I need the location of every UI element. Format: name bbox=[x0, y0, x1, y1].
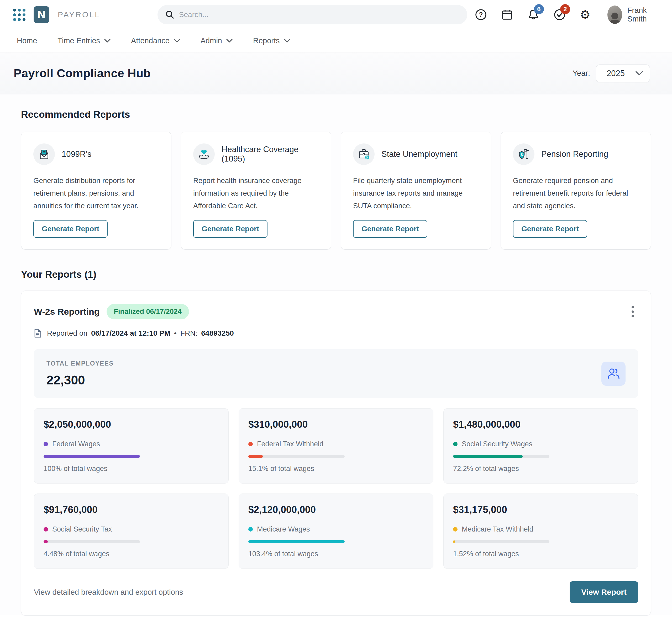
nav-item-time-entries[interactable]: Time Entries bbox=[58, 36, 110, 45]
metric-dot bbox=[43, 527, 48, 531]
chevron-down-icon bbox=[636, 71, 643, 75]
metric-caption: 15.1% of total wages bbox=[248, 465, 424, 473]
reported-prefix: Reported on bbox=[47, 329, 88, 338]
task-count-badge: 2 bbox=[560, 4, 570, 14]
help-button[interactable]: ? bbox=[475, 8, 487, 22]
metric-bar-fill bbox=[248, 455, 263, 458]
main-nav: Home Time Entries Attendance Admin Repor… bbox=[0, 29, 672, 53]
year-value: 2025 bbox=[607, 69, 625, 78]
hands-heart-icon bbox=[193, 143, 215, 165]
metric-label: Social Security Tax bbox=[52, 525, 112, 533]
w2s-report-card: W-2s Reporting Finalized 06/17/2024 Repo… bbox=[21, 290, 651, 616]
briefcase-icon bbox=[353, 143, 375, 165]
metric-caption: 1.52% of total wages bbox=[453, 550, 629, 558]
year-select[interactable]: 2025 bbox=[596, 65, 650, 82]
metric-progress-track bbox=[248, 455, 345, 458]
nav-item-reports[interactable]: Reports bbox=[253, 36, 290, 45]
chevron-down-icon bbox=[174, 39, 180, 43]
recommended-reports-grid: 1099R’s Generate distribution reports fo… bbox=[21, 132, 651, 250]
svg-text:$: $ bbox=[521, 152, 523, 157]
metric-dot bbox=[43, 442, 48, 446]
metric-bar-fill bbox=[43, 455, 140, 458]
metric-label: Social Security Wages bbox=[462, 440, 532, 448]
metric-progress-track bbox=[453, 540, 549, 543]
neogov-n-logo: N bbox=[34, 6, 50, 23]
metric-progress-track bbox=[43, 455, 140, 458]
report-card-description: Generate distribution reports for retire… bbox=[33, 174, 159, 212]
metric-federal-wages: $2,050,000,000 Federal Wages 100% of tot… bbox=[34, 408, 229, 484]
metric-bar-fill bbox=[453, 540, 455, 543]
top-header: N PAYROLL ? 6 2 ⚙ Frank Smith bbox=[0, 0, 672, 29]
metric-dot bbox=[248, 527, 253, 531]
metric-amount: $91,760,000 bbox=[43, 504, 219, 515]
metric-caption: 103.4% of total wages bbox=[248, 550, 424, 558]
report-card-description: Report health insurance coverage informa… bbox=[193, 174, 319, 212]
envelope-document-icon bbox=[33, 143, 55, 165]
metric-label: Federal Tax Withheld bbox=[257, 440, 323, 448]
document-icon bbox=[34, 329, 42, 338]
search-input[interactable] bbox=[179, 10, 459, 19]
report-card-title: 1099R’s bbox=[62, 149, 91, 159]
report-meta: Reported on 06/17/2024 at 12:10 PM • FRN… bbox=[34, 329, 638, 338]
global-search[interactable] bbox=[158, 5, 467, 24]
metric-bar-fill bbox=[248, 540, 345, 543]
nav-item-home[interactable]: Home bbox=[17, 36, 37, 45]
metric-social-security-tax: $91,760,000 Social Security Tax 4.48% of… bbox=[34, 493, 229, 569]
svg-text:?: ? bbox=[479, 11, 483, 18]
metric-progress-track bbox=[43, 540, 140, 543]
generate-report-button[interactable]: Generate Report bbox=[193, 220, 267, 238]
metric-progress-track bbox=[453, 455, 549, 458]
metrics-grid: $2,050,000,000 Federal Wages 100% of tot… bbox=[34, 408, 638, 569]
chevron-down-icon bbox=[104, 39, 110, 43]
chevron-down-icon bbox=[284, 39, 290, 43]
metric-caption: 72.2% of total wages bbox=[453, 465, 629, 473]
total-employees-panel: TOTAL EMPLOYEES 22,300 bbox=[34, 349, 638, 398]
report-card-state-unemployment: State Unemployment File quarterly state … bbox=[341, 132, 491, 250]
calendar-icon bbox=[501, 8, 513, 21]
your-reports-heading: Your Reports (1) bbox=[21, 269, 651, 280]
generate-report-button[interactable]: Generate Report bbox=[513, 220, 587, 238]
settings-button[interactable]: ⚙ bbox=[580, 8, 590, 22]
generate-report-button[interactable]: Generate Report bbox=[353, 220, 427, 238]
search-icon bbox=[165, 10, 174, 19]
report-card-description: File quarterly state unemployment insura… bbox=[353, 174, 479, 212]
report-card-title: Pension Reporting bbox=[541, 149, 608, 159]
metric-dot bbox=[453, 442, 457, 446]
view-report-button[interactable]: View Report bbox=[570, 581, 638, 603]
report-menu-button[interactable] bbox=[628, 303, 638, 320]
frn-label: FRN: bbox=[180, 329, 197, 338]
metric-amount: $31,175,000 bbox=[453, 504, 629, 515]
metric-medicare-tax-withheld: $31,175,000 Medicare Tax Withheld 1.52% … bbox=[443, 493, 638, 569]
metric-amount: $310,000,000 bbox=[248, 419, 424, 430]
notifications-button[interactable]: 6 bbox=[527, 8, 540, 22]
site-footer: NEOGOV Terms • Privacy bbox=[0, 616, 672, 622]
metric-caption: 4.48% of total wages bbox=[43, 550, 219, 558]
breakdown-hint-text: View detailed breakdown and export optio… bbox=[34, 588, 183, 596]
total-employees-value: 22,300 bbox=[46, 373, 114, 387]
metric-bar-fill bbox=[43, 540, 48, 543]
reported-datetime: 06/17/2024 at 12:10 PM bbox=[91, 329, 170, 338]
product-name: PAYROLL bbox=[58, 10, 100, 19]
notification-count-badge: 6 bbox=[534, 4, 544, 14]
report-card-title: Healthcare Coverage (1095) bbox=[222, 145, 319, 164]
gear-icon: ⚙ bbox=[580, 9, 590, 21]
metric-progress-track bbox=[248, 540, 345, 543]
metric-amount: $2,050,000,000 bbox=[43, 419, 219, 430]
calendar-button[interactable] bbox=[501, 8, 513, 22]
metric-caption: 100% of total wages bbox=[43, 465, 219, 473]
year-label: Year: bbox=[573, 69, 590, 78]
report-card-pension: $ Pension Reporting Generate required pe… bbox=[501, 132, 651, 250]
metric-social-security-wages: $1,480,000,000 Social Security Wages 72.… bbox=[443, 408, 638, 484]
user-menu[interactable]: Frank Smith bbox=[607, 5, 660, 24]
metric-medicare-wages: $2,120,000,000 Medicare Wages 103.4% of … bbox=[238, 493, 434, 569]
shield-pension-icon: $ bbox=[513, 143, 535, 165]
people-icon bbox=[601, 361, 626, 386]
nav-item-admin[interactable]: Admin bbox=[200, 36, 232, 45]
frn-value: 64893250 bbox=[201, 329, 234, 338]
user-name: Frank Smith bbox=[628, 6, 660, 23]
tasks-button[interactable]: 2 bbox=[553, 8, 566, 22]
generate-report-button[interactable]: Generate Report bbox=[33, 220, 108, 238]
recommended-reports-heading: Recommended Reports bbox=[21, 109, 651, 120]
app-grid-icon[interactable] bbox=[12, 8, 26, 22]
nav-item-attendance[interactable]: Attendance bbox=[131, 36, 180, 45]
